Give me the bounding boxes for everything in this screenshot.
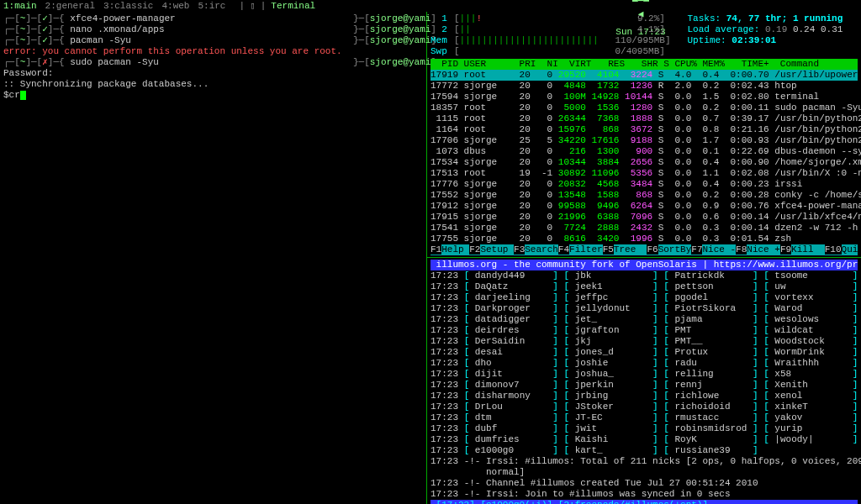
nick-row: 17:23 [ dandyd449 ] [ jbk ] [ Patrickdk …: [430, 270, 858, 281]
nick-row: 17:23 [ dijit ] [ joshua_ ] [ relling ] …: [430, 369, 858, 380]
nick-row: 17:23 [ Darkproger ] [ jellydonut ] [ Pi…: [430, 303, 858, 314]
process-row[interactable]: 17755 sjorge 20 0 8616 3420 1996 S 0.0 0…: [430, 234, 858, 244]
fkey-f3[interactable]: F3Search: [514, 244, 558, 255]
workspace-irc[interactable]: 5:irc: [198, 1, 225, 11]
htop-pane[interactable]: 1 [|||! 9.2%] 2 [|| 4.1%]Mem[|||||||||||…: [427, 12, 861, 258]
swp-meter: Swp[ 0/4095MB]: [430, 46, 670, 57]
process-row[interactable]: 17552 sjorge 20 0 13548 1588 868 S 0.0 0…: [430, 190, 858, 201]
terminal-pane-left[interactable]: ┌─[~]─[✓]─{ xfce4-power-manager }─[sjorg…: [0, 12, 427, 504]
layout-icon: ▯: [250, 1, 256, 12]
fkey-f5[interactable]: F5Tree: [603, 244, 647, 255]
window-title: Terminal: [271, 1, 315, 12]
nick-row: 17:23 [ dho ] [ joshie ] [ radu ] [ Wrai…: [430, 358, 858, 369]
process-row[interactable]: 17912 sjorge 20 0 99588 9496 6264 S 0.0 …: [430, 201, 858, 212]
htop-stat: Load average: 0.19 0.24 0.31: [687, 24, 861, 35]
htop-stat: Uptime: 02:39:01: [687, 35, 861, 46]
separator: |: [239, 1, 245, 12]
process-row[interactable]: 1073 dbus 20 0 216 1300 900 S 0.0 0.1 0:…: [430, 146, 858, 157]
terminal-output: Password:: [3, 68, 423, 79]
process-row[interactable]: 17706 sjorge 25 5 34220 17616 9188 S 0.0…: [430, 135, 858, 146]
process-row[interactable]: 1115 root 20 0 26344 7368 1888 S 0.0 0.7…: [430, 113, 858, 124]
htop-stat: Tasks: 74, 77 thr; 1 running: [687, 13, 861, 24]
irssi-pane[interactable]: illumos.org - the community fork of Open…: [427, 258, 861, 504]
process-row[interactable]: 17915 sjorge 20 0 21996 6388 7096 S 0.0 …: [430, 212, 858, 223]
fkey-f2[interactable]: F2Setup: [469, 244, 514, 255]
process-row[interactable]: 18357 root 20 0 5000 1536 1280 S 0.0 0.2…: [430, 102, 858, 113]
process-row[interactable]: 17541 sjorge 20 0 7724 2888 2432 S 0.0 0…: [430, 223, 858, 234]
nick-row: 17:23 [ e1000g0 ] [ kart_ ] [ russiane39…: [430, 445, 858, 456]
process-row[interactable]: 1164 root 20 0 15976 868 3672 S 0.0 0.8 …: [430, 124, 858, 135]
error-line: error: you cannot perform this operation…: [3, 46, 423, 57]
fkey-f7[interactable]: F7Nice -: [691, 244, 736, 255]
terminal-line: ┌─[~]─[✓]─{ nano .xmonad/apps }─[sjorge@…: [3, 24, 423, 35]
top-bar: 1:main2:general3:classic4:web5:irc | ▯ |…: [0, 0, 861, 12]
workspace-web[interactable]: 4:web: [161, 1, 189, 11]
terminal-line: ┌─[~]─[✓]─{ xfce4-power-manager }─[sjorg…: [3, 13, 423, 24]
nick-row: 17:23 [ dubf ] [ jwit ] [ robinsmidsrod …: [430, 423, 858, 434]
fkey-f10[interactable]: F10Quit: [825, 244, 861, 255]
workspace-general[interactable]: 2:general: [45, 1, 95, 11]
workspace-main[interactable]: 1:main: [3, 1, 37, 11]
fkey-f9[interactable]: F9Kill: [780, 244, 825, 255]
irssi-topic: illumos.org - the community fork of Open…: [430, 260, 858, 270]
nick-row: 17:23 [ datadigger ] [ jet_ ] [ pjama ] …: [430, 314, 858, 325]
process-row[interactable]: 17776 sjorge 20 0 20832 4568 3484 S 0.0 …: [430, 179, 858, 190]
process-row[interactable]: 17513 root 19 -1 30892 11096 5356 S 0.0 …: [430, 168, 858, 179]
fkey-f8[interactable]: F8Nice +: [736, 244, 780, 255]
nick-row: 17:23 [ darjeeling ] [ jeffpc ] [ pgodel…: [430, 292, 858, 303]
nick-row: 17:23 [ deirdres ] [ jgrafton ] [ PMT ] …: [430, 325, 858, 336]
fkey-f4[interactable]: F4Filter: [558, 244, 603, 255]
fkey-f6[interactable]: F6SortBy: [647, 244, 691, 255]
fkey-f1[interactable]: F1Help: [430, 244, 469, 255]
mem-meter: Mem[||||||||||||||||||||||||| 110/995MB]: [430, 35, 670, 46]
wifi-icon: ▂▄▆: [632, 0, 649, 3]
workspace-classic[interactable]: 3:classic: [103, 1, 153, 11]
process-row[interactable]: 17594 sjorge 20 0 100M 14928 10144 S 0.0…: [430, 92, 858, 102]
process-row[interactable]: 17772 sjorge 20 0 4848 1732 1236 R 2.0 0…: [430, 81, 858, 92]
nick-row: 17:23 [ desai ] [ jones_d ] [ Protux ] […: [430, 347, 858, 358]
htop-header-row: PID USER PRI NI VIRT RES SHR S CPU% MEM%…: [430, 59, 858, 70]
nick-row: 17:23 [ disharmony ] [ jrbing ] [ richlo…: [430, 391, 858, 402]
nick-row: 17:23 [ dumfries ] [ Kaishi ] [ RoyK ] […: [430, 434, 858, 445]
nick-row: 17:23 [ DrLou ] [ JStoker ] [ richoidoid…: [430, 402, 858, 412]
cpu-meter: 2 [|| 4.1%]: [430, 24, 670, 35]
htop-fkey-bar[interactable]: F1Help F2Setup F3SearchF4FilterF5Tree F6…: [430, 244, 858, 255]
irssi-status-bar: [17:23] [e1000g0(+i)] [2:freenode/#illum…: [430, 500, 858, 504]
nick-row: 17:23 [ DaQatz ] [ jeek1 ] [ pettson ] […: [430, 281, 858, 292]
process-row[interactable]: 17534 sjorge 20 0 10344 3884 2656 S 0.0 …: [430, 157, 858, 168]
nick-row: 17:23 [ dimonov7 ] [ jperkin ] [ rennj ]…: [430, 380, 858, 391]
terminal-output: :: Synchronizing package databases...: [3, 79, 423, 90]
terminal-cursor-line[interactable]: $cr: [3, 90, 423, 101]
cpu-meter: 1 [|||! 9.2%]: [430, 13, 670, 24]
nick-row: 17:23 [ dtm ] [ JT-EC ] [ rmustacc ] [ y…: [430, 412, 858, 423]
process-row[interactable]: 17919 root 20 0 29520 4104 3224 S 4.0 0.…: [430, 70, 858, 81]
terminal-line: ┌─[~]─[✓]─{ pacman -Syu }─[sjorge@yami]: [3, 35, 423, 46]
terminal-line: ┌─[~]─[✗]─{ sudo pacman -Syu }─[sjorge@y…: [3, 57, 423, 68]
nick-row: 17:23 [ DerSaidin ] [ jkj ] [ PMT__ ] [ …: [430, 336, 858, 347]
